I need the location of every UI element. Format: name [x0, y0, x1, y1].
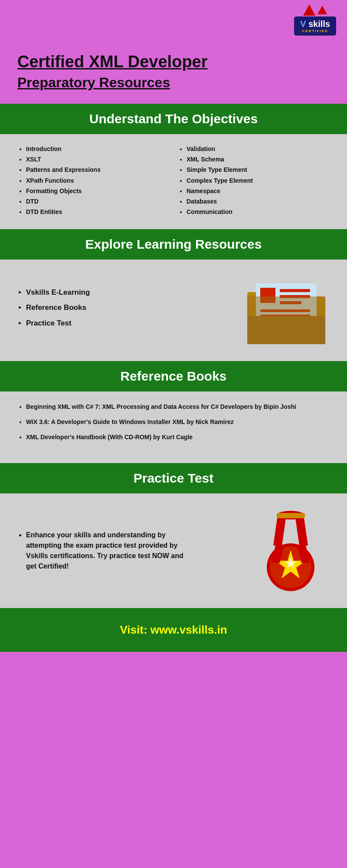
list-item: XML Developer's Handbook (With CD-ROM) b… [26, 433, 330, 442]
learning-section: Explore Learning Resources Vskills E-Lea… [0, 229, 347, 361]
list-item: Vskills E-Learning [26, 287, 90, 298]
logo-brand: V skills [300, 19, 330, 29]
folder-icon [243, 273, 330, 348]
footer-text: Visit: [120, 623, 150, 636]
practice-list: Enhance your skills and understanding by… [17, 530, 191, 572]
reference-books-content: Beginning XML with C# 7: XML Processing … [0, 391, 347, 463]
list-item: Enhance your skills and understanding by… [26, 530, 191, 572]
list-item: XPath Functions [26, 177, 169, 184]
svg-rect-14 [277, 513, 305, 518]
svg-rect-10 [247, 316, 325, 344]
learning-list: Vskills E-Learning Reference Books Pract… [17, 287, 90, 334]
practice-test-header: Practice Test [0, 463, 347, 493]
objectives-col1: Introduction XSLT Patterns and Expressio… [17, 145, 169, 218]
list-item: Reference Books [26, 302, 90, 313]
footer-url[interactable]: www.vskills.in [151, 623, 227, 636]
logo-certified-text: CERTIFIED [300, 29, 330, 33]
arrow-left-icon [303, 4, 315, 16]
header-area: V skills CERTIFIED Certified XML Develop… [0, 0, 347, 104]
footer: Visit: www.vskills.in [0, 608, 347, 652]
list-item: XML Schema [187, 155, 330, 163]
logo: V skills CERTIFIED [294, 4, 336, 36]
practice-content: Enhance your skills and understanding by… [17, 506, 330, 595]
objectives-header: Understand The Objectives [0, 104, 347, 134]
list-item: Namespace [187, 187, 330, 195]
list-item: Validation [187, 145, 330, 153]
objectives-section: Understand The Objectives Introduction X… [0, 104, 347, 229]
medal-icon [252, 506, 330, 595]
list-item: Introduction [26, 145, 169, 153]
svg-rect-4 [280, 289, 310, 292]
list-item: Beginning XML with C# 7: XML Processing … [26, 402, 330, 411]
practice-test-content: Enhance your skills and understanding by… [0, 493, 347, 608]
arrow-right-icon [318, 6, 327, 14]
logo-box: V skills CERTIFIED [294, 16, 336, 36]
reference-books-section: Reference Books Beginning XML with C# 7:… [0, 361, 347, 463]
svg-marker-11 [273, 515, 286, 546]
page-title-line2: Preparatory Resources [17, 74, 330, 91]
list-item: Practice Test [26, 318, 90, 329]
objectives-col2: Validation XML Schema Simple Type Elemen… [178, 145, 330, 218]
objectives-grid: Introduction XSLT Patterns and Expressio… [17, 145, 330, 218]
list-item: Databases [187, 197, 330, 205]
logo-arrows [303, 4, 327, 16]
page-title-line1: Certified XML Developer [17, 52, 330, 72]
practice-test-section: Practice Test Enhance your skills and un… [0, 463, 347, 608]
list-item: Communication [187, 208, 330, 216]
list-item: XSLT [26, 155, 169, 163]
objectives-list2: Validation XML Schema Simple Type Elemen… [178, 145, 330, 216]
list-item: Patterns and Expressions [26, 166, 169, 174]
svg-marker-12 [295, 515, 308, 546]
books-list: Beginning XML with C# 7: XML Processing … [17, 402, 330, 442]
list-item: Simple Type Element [187, 166, 330, 174]
list-item: DTD [26, 197, 169, 205]
learning-header: Explore Learning Resources [0, 229, 347, 260]
learning-content: Vskills E-Learning Reference Books Pract… [17, 273, 330, 348]
objectives-content: Introduction XSLT Patterns and Expressio… [0, 134, 347, 229]
list-item: DTD Entities [26, 208, 169, 216]
list-item: WiX 3.6: A Developer's Guide to Windows … [26, 418, 330, 427]
reference-books-header: Reference Books [0, 361, 347, 391]
learning-content-area: Vskills E-Learning Reference Books Pract… [0, 260, 347, 361]
list-item: Formatting Objects [26, 187, 169, 195]
objectives-list1: Introduction XSLT Patterns and Expressio… [17, 145, 169, 216]
list-item: Complex Type Element [187, 177, 330, 184]
